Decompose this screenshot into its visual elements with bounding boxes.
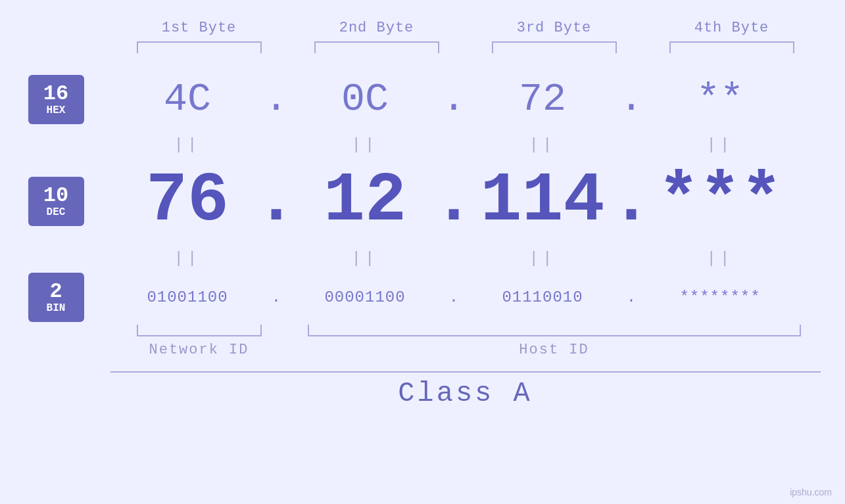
class-bracket-row bbox=[13, 371, 832, 373]
eq-row-1: || || || || bbox=[13, 132, 832, 157]
bin-val-2: 00001100 bbox=[276, 288, 454, 306]
dec-val-2: 12 bbox=[276, 162, 454, 241]
top-brackets-row bbox=[13, 41, 832, 53]
hex-byte-cells: 4C . 0C . 72 . ** bbox=[99, 77, 832, 122]
dec-val-4: *** bbox=[631, 162, 809, 241]
eq-val-2-4: || bbox=[631, 250, 809, 267]
bin-row: 2 BIN 01001100 . 00001100 . 01110010 . *… bbox=[13, 271, 832, 323]
bracket-top-1 bbox=[137, 41, 262, 53]
bin-val-4: ******** bbox=[631, 288, 809, 306]
dec-row: 10 DEC 76 . 12 . 114 . *** bbox=[13, 157, 832, 246]
dec-base-num: 10 bbox=[43, 184, 68, 207]
hex-base-num: 16 bbox=[43, 82, 68, 105]
hex-val-3: 72 bbox=[454, 77, 631, 122]
eq-byte-cells-1: || || || || bbox=[99, 136, 832, 154]
hex-val-4: ** bbox=[631, 77, 809, 122]
byte-label-3: 3rd Byte bbox=[466, 20, 643, 36]
bracket-cell-1 bbox=[110, 41, 288, 53]
bottom-section: Network ID Host ID bbox=[13, 325, 832, 358]
bin-base-name: BIN bbox=[47, 303, 66, 315]
eq-val-2-3: || bbox=[454, 250, 631, 267]
eq-val-1-3: || bbox=[454, 136, 631, 154]
bin-byte-cells: 01001100 . 00001100 . 01110010 . *******… bbox=[99, 288, 832, 306]
host-id-label: Host ID bbox=[519, 342, 589, 358]
watermark: ipshu.com bbox=[790, 487, 832, 497]
class-label-row: Class A bbox=[13, 378, 832, 409]
eq-val-1-4: || bbox=[631, 136, 809, 154]
bin-badge: 2 BIN bbox=[28, 273, 84, 322]
dec-badge: 10 DEC bbox=[28, 177, 84, 226]
hex-base-name: HEX bbox=[47, 105, 66, 117]
class-bracket-line bbox=[110, 371, 821, 373]
bracket-top-3 bbox=[492, 41, 617, 53]
eq-row-2: || || || || bbox=[13, 246, 832, 271]
eq-val-1-1: || bbox=[99, 136, 276, 154]
dec-base-name: DEC bbox=[47, 207, 66, 219]
bin-badge-cell: 2 BIN bbox=[13, 273, 99, 322]
hex-val-1: 4C bbox=[99, 77, 276, 122]
network-id-label: Network ID bbox=[149, 342, 249, 358]
eq-val-2-2: || bbox=[276, 250, 454, 267]
network-bracket bbox=[137, 325, 262, 336]
dec-val-1: 76 bbox=[99, 162, 276, 241]
bin-base-num: 2 bbox=[49, 280, 62, 303]
dec-byte-cells: 76 . 12 . 114 . *** bbox=[99, 162, 832, 241]
host-bracket bbox=[308, 325, 801, 336]
bin-val-3: 01110010 bbox=[454, 288, 631, 306]
bracket-top-2 bbox=[314, 41, 439, 53]
byte-label-1: 1st Byte bbox=[110, 20, 288, 36]
bin-val-1: 01001100 bbox=[99, 288, 276, 306]
main-container: 1st Byte 2nd Byte 3rd Byte 4th Byte 16 H… bbox=[0, 0, 845, 504]
eq-byte-cells-2: || || || || bbox=[99, 250, 832, 267]
hex-badge: 16 HEX bbox=[28, 75, 84, 124]
hex-row: 16 HEX 4C . 0C . 72 . ** bbox=[13, 66, 832, 132]
byte-label-2: 2nd Byte bbox=[288, 20, 466, 36]
dec-val-3: 114 bbox=[454, 162, 631, 241]
bracket-cell-4 bbox=[643, 41, 821, 53]
bracket-cell-3 bbox=[466, 41, 643, 53]
hex-val-2: 0C bbox=[276, 77, 454, 122]
byte-labels-row: 1st Byte 2nd Byte 3rd Byte 4th Byte bbox=[13, 20, 832, 36]
all-rows: 16 HEX 4C . 0C . 72 . ** || || | bbox=[13, 66, 832, 323]
hex-badge-cell: 16 HEX bbox=[13, 75, 99, 124]
host-id-section: Host ID bbox=[288, 325, 821, 358]
eq-val-1-2: || bbox=[276, 136, 454, 154]
network-id-section: Network ID bbox=[110, 325, 288, 358]
eq-val-2-1: || bbox=[99, 250, 276, 267]
bracket-top-4 bbox=[669, 41, 794, 53]
byte-label-4: 4th Byte bbox=[643, 20, 821, 36]
class-label: Class A bbox=[110, 378, 821, 409]
dec-badge-cell: 10 DEC bbox=[13, 177, 99, 226]
bracket-cell-2 bbox=[288, 41, 466, 53]
